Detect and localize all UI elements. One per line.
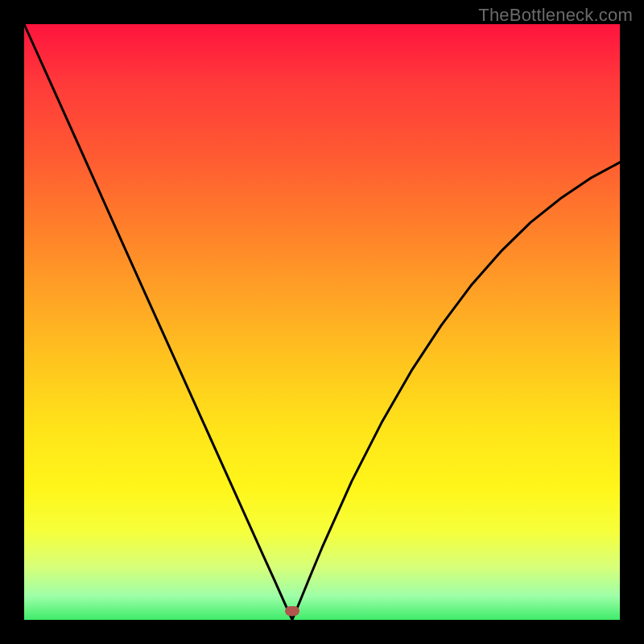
watermark-text: TheBottleneck.com xyxy=(478,5,633,26)
bottleneck-curve xyxy=(24,24,620,620)
plot-area xyxy=(24,24,620,620)
chart-frame: TheBottleneck.com xyxy=(0,0,644,644)
optimum-marker xyxy=(285,606,299,616)
curve-path xyxy=(24,24,620,620)
